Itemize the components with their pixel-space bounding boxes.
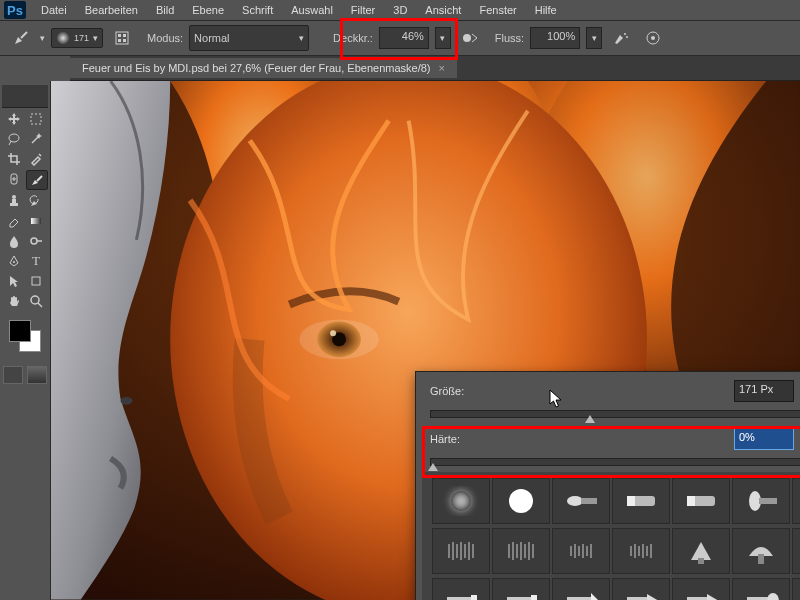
document-tab[interactable]: Feuer und Eis by MDI.psd bei 27,6% (Feue… (70, 58, 457, 78)
svg-rect-2 (118, 34, 121, 37)
pressure-size-icon[interactable] (640, 26, 666, 50)
flow-input[interactable]: 100% (530, 27, 580, 49)
hand-tool[interactable] (4, 292, 24, 310)
menu-filter[interactable]: Filter (342, 2, 384, 18)
brush-thumb[interactable] (732, 478, 790, 524)
menu-select[interactable]: Auswahl (282, 2, 342, 18)
brush-thumb[interactable] (492, 478, 550, 524)
lasso-tool[interactable] (4, 130, 24, 148)
brush-thumb[interactable] (432, 528, 490, 574)
brush-thumb[interactable] (732, 578, 790, 600)
type-tool[interactable]: T (26, 252, 46, 270)
pen-tool[interactable] (4, 252, 24, 270)
svg-line-13 (32, 136, 39, 143)
blend-mode-select[interactable]: Normal ▾ (189, 25, 309, 51)
svg-rect-5 (123, 39, 126, 42)
hardness-slider[interactable] (430, 458, 800, 466)
brush-thumb[interactable] (672, 528, 730, 574)
svg-line-27 (38, 303, 42, 307)
menu-view[interactable]: Ansicht (416, 2, 470, 18)
history-brush-tool[interactable] (26, 192, 46, 210)
svg-rect-19 (12, 199, 16, 203)
menu-help[interactable]: Hilfe (526, 2, 566, 18)
menu-edit[interactable]: Bearbeiten (76, 2, 147, 18)
menu-file[interactable]: Datei (32, 2, 76, 18)
brush-tool[interactable] (26, 170, 48, 190)
opacity-dropdown[interactable]: ▾ (435, 27, 451, 49)
options-bar: ▾ 171 ▾ Modus: Normal ▾ Deckkr.: 46% ▾ F… (0, 21, 800, 56)
menu-image[interactable]: Bild (147, 2, 183, 18)
hardness-label: Härte: (430, 433, 490, 445)
brush-thumb[interactable] (432, 478, 490, 524)
brush-thumb[interactable] (492, 528, 550, 574)
brush-thumb[interactable] (612, 478, 670, 524)
wand-tool[interactable] (26, 130, 46, 148)
brush-thumb[interactable] (552, 478, 610, 524)
flow-dropdown[interactable]: ▾ (586, 27, 602, 49)
brush-thumb[interactable] (552, 528, 610, 574)
menu-bar: Ps Datei Bearbeiten Bild Ebene Schrift A… (0, 0, 800, 21)
svg-rect-3 (123, 34, 126, 37)
path-select-tool[interactable] (4, 272, 24, 290)
brush-thumb[interactable] (612, 528, 670, 574)
standard-mode-icon[interactable] (3, 366, 23, 384)
canvas[interactable]: Größe: 171 Px Härte: 0% (51, 81, 800, 600)
dodge-tool[interactable] (26, 232, 46, 250)
svg-rect-74 (698, 558, 704, 564)
menu-layer[interactable]: Ebene (183, 2, 233, 18)
shape-tool[interactable] (26, 272, 46, 290)
svg-rect-78 (471, 595, 477, 600)
eraser-tool[interactable] (4, 212, 24, 230)
hardness-input[interactable]: 0% (734, 428, 794, 450)
size-label: Größe: (430, 385, 490, 397)
quickmask-mode-icon[interactable] (27, 366, 47, 384)
svg-point-37 (451, 491, 471, 511)
flow-label: Fluss: (495, 32, 524, 44)
color-swatches[interactable] (9, 320, 41, 352)
svg-line-17 (37, 176, 42, 181)
opacity-input[interactable]: 46% (379, 27, 429, 49)
brush-panel-toggle-icon[interactable] (109, 26, 135, 50)
stamp-tool[interactable] (4, 192, 24, 210)
brush-thumb[interactable] (732, 528, 790, 574)
size-slider[interactable] (430, 410, 800, 418)
eyedropper-tool[interactable] (26, 150, 46, 168)
svg-rect-4 (118, 39, 121, 42)
brush-preset-picker[interactable]: 171 ▾ (51, 28, 103, 48)
menu-type[interactable]: Schrift (233, 2, 282, 18)
zoom-tool[interactable] (26, 292, 46, 310)
brush-preset-panel: Größe: 171 Px Härte: 0% (415, 371, 800, 600)
brush-thumb[interactable] (612, 578, 670, 600)
brush-thumb[interactable] (792, 478, 800, 524)
marquee-tool[interactable] (26, 110, 46, 128)
gradient-tool[interactable] (26, 212, 46, 230)
brush-thumb[interactable] (492, 578, 550, 600)
brush-thumb[interactable] (432, 578, 490, 600)
pressure-opacity-icon[interactable] (457, 26, 483, 50)
brush-thumb[interactable] (552, 578, 610, 600)
close-icon[interactable]: × (439, 62, 445, 74)
svg-rect-18 (10, 203, 18, 206)
foreground-color[interactable] (9, 320, 31, 342)
svg-rect-46 (759, 498, 777, 504)
svg-point-8 (626, 36, 628, 38)
move-tool[interactable] (4, 110, 24, 128)
document-title: Feuer und Eis by MDI.psd bei 27,6% (Feue… (82, 62, 431, 74)
tool-indicator-brush-icon[interactable] (8, 26, 34, 50)
brush-thumb[interactable] (792, 528, 800, 574)
brush-thumb[interactable] (792, 578, 800, 600)
svg-point-39 (567, 496, 583, 506)
airbrush-icon[interactable] (608, 26, 634, 50)
blur-tool[interactable] (4, 232, 24, 250)
menu-3d[interactable]: 3D (384, 2, 416, 18)
chevron-down-icon: ▾ (299, 33, 304, 43)
menu-window[interactable]: Fenster (470, 2, 525, 18)
size-input[interactable]: 171 Px (734, 380, 794, 402)
brush-thumb[interactable] (672, 578, 730, 600)
healing-tool[interactable] (4, 170, 24, 188)
brush-thumb[interactable] (672, 478, 730, 524)
svg-point-86 (767, 593, 779, 600)
crop-tool[interactable] (4, 150, 24, 168)
chevron-down-icon[interactable]: ▾ (40, 33, 45, 43)
svg-rect-11 (31, 114, 41, 124)
